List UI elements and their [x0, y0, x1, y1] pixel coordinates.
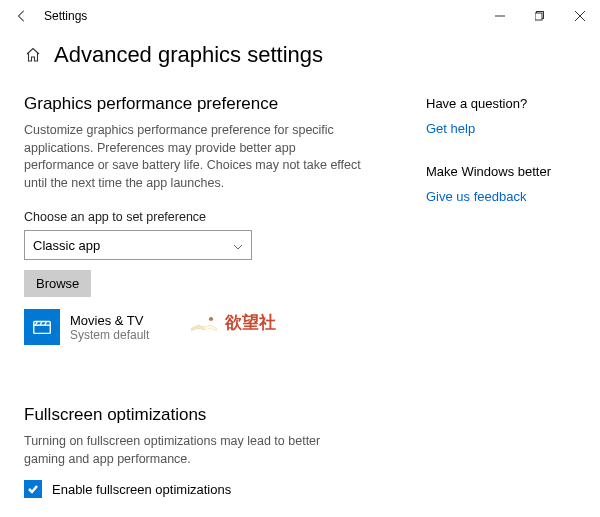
- content-area: Advanced graphics settings Graphics perf…: [0, 32, 600, 498]
- page-title: Advanced graphics settings: [54, 42, 323, 68]
- dropdown-value: Classic app: [33, 238, 100, 253]
- section-heading: Fullscreen optimizations: [24, 405, 364, 425]
- watermark: 欲望社: [189, 311, 276, 334]
- back-button[interactable]: [10, 4, 34, 28]
- close-button[interactable]: [560, 2, 600, 30]
- titlebar: Settings: [0, 0, 600, 32]
- home-icon[interactable]: [24, 46, 42, 64]
- svg-rect-2: [535, 13, 542, 20]
- section-heading: Graphics performance preference: [24, 94, 364, 114]
- app-type-dropdown[interactable]: Classic app: [24, 230, 252, 260]
- chevron-down-icon: [233, 238, 243, 253]
- checkbox-label: Enable fullscreen optimizations: [52, 482, 231, 497]
- feedback-heading: Make Windows better: [426, 164, 576, 179]
- app-info: Movies & TV System default: [70, 313, 149, 342]
- sidebar: Have a question? Get help Make Windows b…: [426, 42, 576, 498]
- maximize-button[interactable]: [520, 2, 560, 30]
- window-controls: [480, 2, 600, 30]
- minimize-button[interactable]: [480, 2, 520, 30]
- graphics-preference-section: Graphics performance preference Customiz…: [24, 94, 364, 345]
- dropdown-label: Choose an app to set preference: [24, 210, 364, 224]
- checkbox-row: Enable fullscreen optimizations: [24, 480, 364, 498]
- section-description: Turning on fullscreen optimizations may …: [24, 433, 364, 468]
- svg-point-6: [209, 317, 213, 321]
- watermark-text: 欲望社: [225, 311, 276, 334]
- app-name: Movies & TV: [70, 313, 149, 328]
- section-description: Customize graphics performance preferenc…: [24, 122, 364, 192]
- book-icon: [189, 313, 219, 333]
- get-help-link[interactable]: Get help: [426, 121, 576, 136]
- page-header: Advanced graphics settings: [24, 42, 364, 68]
- feedback-link[interactable]: Give us feedback: [426, 189, 576, 204]
- fullscreen-checkbox[interactable]: [24, 480, 42, 498]
- app-status: System default: [70, 328, 149, 342]
- browse-button[interactable]: Browse: [24, 270, 91, 297]
- fullscreen-section: Fullscreen optimizations Turning on full…: [24, 405, 364, 498]
- main-column: Advanced graphics settings Graphics perf…: [24, 42, 364, 498]
- app-list-item[interactable]: Movies & TV System default 欲望社: [24, 309, 364, 345]
- window-title: Settings: [44, 9, 87, 23]
- movies-tv-icon: [24, 309, 60, 345]
- help-heading: Have a question?: [426, 96, 576, 111]
